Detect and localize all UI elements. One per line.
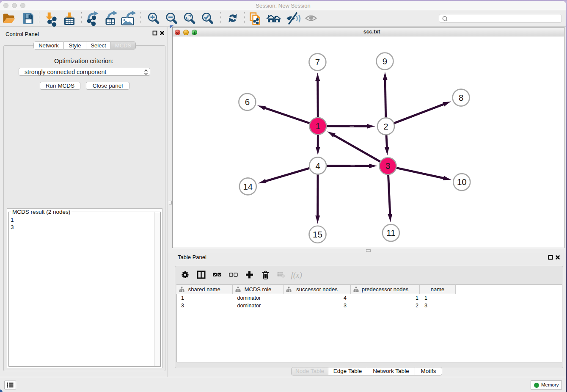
svg-text:7: 7	[315, 57, 320, 67]
svg-text:10: 10	[457, 177, 467, 187]
svg-text:8: 8	[459, 93, 463, 102]
svg-text:14: 14	[243, 182, 253, 191]
svg-text:9: 9	[383, 56, 387, 66]
svg-text:15: 15	[313, 229, 322, 239]
svg-text:3: 3	[385, 161, 390, 171]
svg-text:2: 2	[383, 121, 388, 131]
svg-text:1: 1	[316, 121, 320, 131]
svg-text:11: 11	[386, 228, 395, 237]
svg-text:6: 6	[245, 97, 250, 107]
svg-text:f(x): f(x)	[291, 271, 302, 280]
svg-text:4: 4	[315, 161, 320, 171]
